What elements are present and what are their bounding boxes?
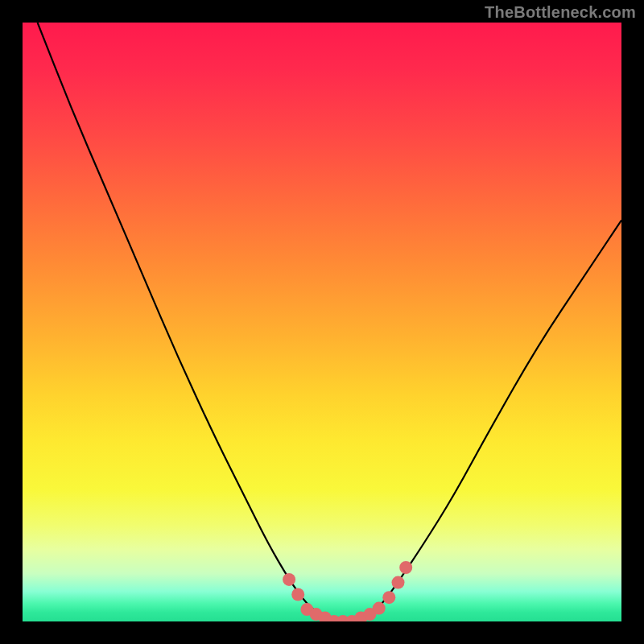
marker-dot	[283, 573, 295, 586]
marker-dot	[382, 591, 395, 604]
marker-dot	[291, 588, 304, 601]
marker-dot	[373, 602, 386, 615]
bottleneck-curve	[38, 23, 621, 621]
chart-svg	[23, 23, 621, 621]
marker-dot	[392, 576, 405, 589]
curve-path	[38, 23, 621, 621]
plot-area	[23, 23, 621, 621]
watermark-text: TheBottleneck.com	[485, 3, 636, 22]
highlight-markers	[283, 561, 412, 621]
marker-dot	[399, 561, 412, 574]
chart-frame: TheBottleneck.com	[0, 0, 644, 644]
